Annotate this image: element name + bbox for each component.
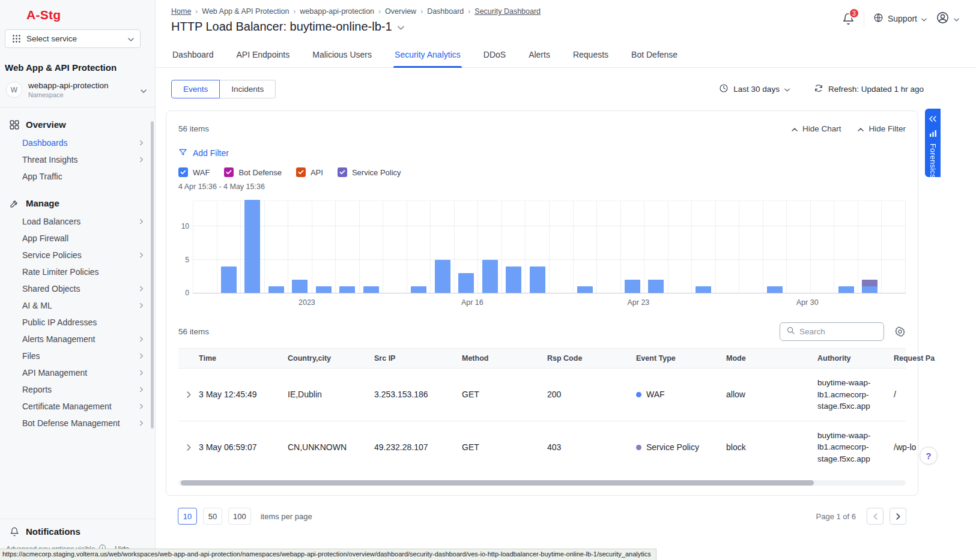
chart-bar[interactable] [696,286,711,293]
bar-segment-events [767,286,783,293]
page-size-10[interactable]: 10 [178,508,197,525]
tab-ddos[interactable]: DDoS [482,43,507,67]
forensics-side-tab[interactable]: Forensics [925,109,941,177]
support-menu[interactable]: Support [873,13,927,25]
search-input[interactable] [799,327,877,336]
checkbox-api[interactable] [296,167,306,177]
breadcrumb-item-web-app-api-protection[interactable]: Web App & API Protection [202,7,289,16]
incidents-toggle-button[interactable]: Incidents [220,80,276,98]
sidebar-item-bot-defense-management[interactable]: Bot Defense Management [0,415,155,432]
tab-bot-defense[interactable]: Bot Defense [630,43,679,67]
cell-src-ip: 3.253.153.186 [374,390,462,399]
title-chevron-down-icon[interactable] [398,22,404,32]
sidebar-item-shared-objects[interactable]: Shared Objects [0,280,155,297]
sidebar-item-dashboards[interactable]: Dashboards [0,134,155,151]
sidebar-item-app-traffic[interactable]: App Traffic [0,168,155,185]
legend-label: Service Policy [352,168,401,177]
sidebar-item-api-management[interactable]: API Management [0,364,155,381]
event-type-label: WAF [646,390,665,399]
notifications-bell-button[interactable]: 3 [842,13,855,25]
sidebar-item-threat-insights[interactable]: Threat Insights [0,151,155,168]
sidebar-item-public-ip-addresses[interactable]: Public IP Addresses [0,314,155,331]
row-expand-chevron-icon[interactable] [178,393,199,397]
chart-bar[interactable] [221,266,237,293]
checkbox-waf[interactable] [178,167,188,177]
chart-bar[interactable] [506,266,521,293]
overview-section-icon [10,120,19,130]
chart-bar[interactable] [458,273,474,293]
chart-bar[interactable] [577,286,593,293]
horizontal-scrollbar-thumb[interactable] [181,480,814,486]
sidebar-item-rate-limiter-policies[interactable]: Rate Limiter Policies [0,263,155,280]
sidebar-item-reports[interactable]: Reports [0,381,155,398]
chart-bar[interactable] [482,260,498,293]
tab-security-analytics[interactable]: Security Analytics [393,43,462,67]
sidebar-item-alerts-management[interactable]: Alerts Management [0,331,155,348]
events-toggle-button[interactable]: Events [171,80,220,98]
tab-requests[interactable]: Requests [572,43,610,67]
sidebar-item-load-balancers[interactable]: Load Balancers [0,213,155,230]
hide-chart-button[interactable]: Hide Chart [792,124,841,133]
refresh-button[interactable]: Refresh: Updated 1 hr ago [814,83,924,95]
breadcrumb-item-dashboard[interactable]: Dashboard [427,7,464,16]
sidebar-section-header-manage[interactable]: Manage [0,193,155,213]
items-per-page-label: items per page [261,512,312,521]
chart-bar[interactable] [767,286,783,293]
row-expand-chevron-icon[interactable] [178,445,199,450]
user-account-menu[interactable] [936,11,959,26]
table-row[interactable]: 3 May 12:45:49IE,Dublin3.253.153.186GET2… [178,369,906,421]
sidebar-item-certificate-management[interactable]: Certificate Management [0,398,155,415]
horizontal-scrollbar[interactable] [178,480,906,486]
tab-alerts[interactable]: Alerts [527,43,551,67]
breadcrumb-item-home[interactable]: Home [171,7,191,16]
chart-bar[interactable] [838,286,854,293]
add-filter-button[interactable]: Add Filter [178,148,229,158]
help-button[interactable]: ? [920,447,938,465]
cell-authority: buytime-waap-lb1.acmecorp-stage.f5xc.app [817,430,894,465]
chart-bar[interactable] [648,280,664,293]
next-page-button[interactable] [890,508,906,525]
page-size-100[interactable]: 100 [228,508,251,525]
y-axis-label: 10 [177,222,189,230]
service-selector[interactable]: Select service [5,29,141,48]
chart-bar[interactable] [411,286,426,293]
page-size-50[interactable]: 50 [203,508,222,525]
breadcrumb-item-security-dashboard[interactable]: Security Dashboard [474,7,541,16]
chart-bar[interactable] [625,280,640,293]
events-table: TimeCountry,citySrc IPMethodRsp CodeEven… [178,348,906,486]
chart-bar[interactable] [530,266,545,293]
sidebar-item-service-policies[interactable]: Service Policies [0,247,155,263]
legend-label: API [311,168,323,177]
breadcrumb-item-webapp-api-protection[interactable]: webapp-api-protection [300,7,374,16]
sidebar-item-app-firewall[interactable]: App Firewall [0,230,155,247]
sidebar-item-label: Load Balancers [22,217,80,226]
chart-bar[interactable] [862,280,877,293]
tab-dashboard[interactable]: Dashboard [171,43,215,67]
bar-segment-events [221,266,237,293]
breadcrumb-item-overview[interactable]: Overview [385,7,416,16]
previous-page-button[interactable] [867,508,884,525]
chart-bar[interactable] [339,286,355,293]
sidebar-item-notifications[interactable]: Notifications [0,519,155,541]
sidebar-item-ai-ml[interactable]: AI & ML [0,297,155,314]
checkbox-bot-defense[interactable] [224,167,234,177]
namespace-selector[interactable]: W webapp-api-protection Namespace [0,80,155,107]
chart-bar[interactable] [435,260,450,293]
chart-bar[interactable] [363,286,379,293]
chart-bar[interactable] [244,200,260,293]
checkbox-service-policy[interactable] [338,167,347,177]
time-range-selector[interactable]: Last 30 days [719,83,790,95]
table-row[interactable]: 3 May 06:59:07CN,UNKNOWN49.232.28.107GET… [178,421,906,474]
chart-bar[interactable] [268,286,284,293]
chart-slot [359,201,383,293]
tab-malicious-users[interactable]: Malicious Users [311,43,373,67]
sidebar-item-files[interactable]: Files [0,348,155,364]
sidebar-scrollbar[interactable] [151,121,154,429]
chart-bar[interactable] [316,286,332,293]
app-logo[interactable]: A-Stg [0,0,155,28]
table-settings-gear-icon[interactable] [894,326,906,337]
hide-filter-button[interactable]: Hide Filter [858,124,906,133]
sidebar-section-header-overview[interactable]: Overview [0,115,155,134]
chart-bar[interactable] [292,280,308,293]
tab-api-endpoints[interactable]: API Endpoints [235,43,291,67]
